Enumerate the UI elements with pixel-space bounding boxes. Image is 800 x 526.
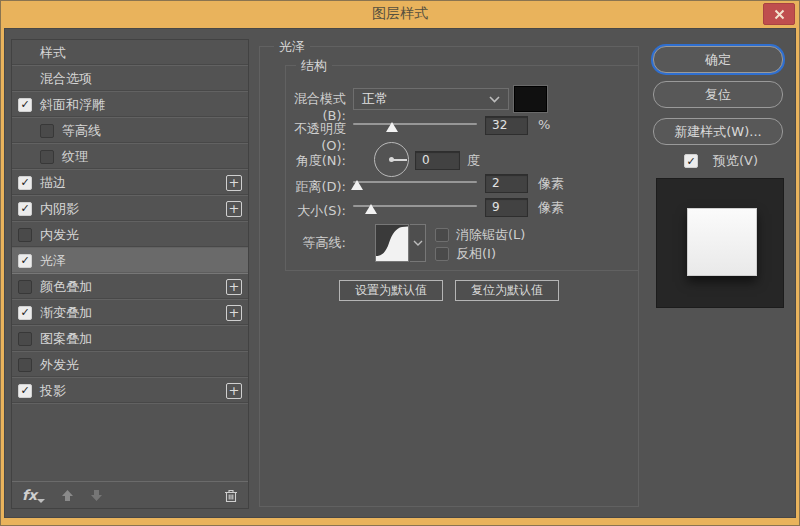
default-buttons-row: 设置为默认值 复位为默认值	[260, 280, 638, 301]
invert-checkbox[interactable]	[435, 247, 449, 261]
sidebar-item[interactable]: ✓渐变叠加+	[12, 300, 248, 326]
sidebar-item-label: 混合选项	[40, 70, 242, 88]
sidebar-item-label: 外发光	[40, 356, 242, 374]
distance-slider[interactable]	[353, 176, 477, 190]
satin-color-swatch[interactable]	[514, 86, 547, 112]
style-checkbox[interactable]	[40, 124, 54, 138]
structure-group-title: 结构	[296, 57, 332, 75]
titlebar[interactable]: 图层样式	[0, 0, 800, 28]
action-column: 确定 复位 新建样式(W)... ✓ 预览(V)	[651, 29, 797, 517]
antialias-checkbox[interactable]	[435, 228, 449, 242]
style-checkbox[interactable]: ✓	[18, 176, 32, 190]
add-effect-button[interactable]: +	[226, 383, 242, 399]
distance-label: 距离(D):	[282, 178, 346, 196]
opacity-input[interactable]: 32	[485, 116, 528, 135]
sidebar-item[interactable]: 颜色叠加+	[12, 274, 248, 300]
sidebar-item-label: 样式	[40, 44, 242, 62]
move-effect-up-button[interactable]	[61, 489, 74, 502]
antialias-checkbox-row[interactable]: 消除锯齿(L)	[435, 226, 525, 244]
angle-unit: 度	[467, 152, 480, 170]
fx-menu-button[interactable]: fx	[22, 487, 45, 503]
contour-picker[interactable]	[375, 224, 409, 262]
styles-list: 样式混合选项✓斜面和浮雕等高线纹理✓描边+✓内阴影+内发光✓光泽颜色叠加+✓渐变…	[12, 40, 248, 481]
contour-label: 等高线:	[282, 234, 346, 252]
style-checkbox[interactable]: ✓	[18, 254, 32, 268]
sidebar-item[interactable]: 等高线	[12, 118, 248, 144]
contour-dropdown-button[interactable]	[410, 224, 426, 262]
angle-dial-needle	[392, 159, 407, 161]
style-checkbox[interactable]: ✓	[18, 202, 32, 216]
chevron-down-icon	[489, 96, 500, 103]
chevron-down-icon	[413, 240, 423, 246]
size-slider[interactable]	[353, 200, 477, 214]
sidebar-item-label: 等高线	[62, 122, 242, 140]
style-checkbox[interactable]	[40, 150, 54, 164]
delete-effect-button[interactable]	[224, 488, 238, 503]
sidebar-item[interactable]: ✓斜面和浮雕	[12, 92, 248, 118]
close-button[interactable]	[763, 3, 795, 25]
sidebar-item-label: 内阴影	[40, 200, 226, 218]
sidebar-item-label: 渐变叠加	[40, 304, 226, 322]
opacity-slider[interactable]	[353, 118, 477, 132]
sidebar-item-label: 内发光	[40, 226, 242, 244]
satin-panel: 光泽 结构 混合模式(B): 正常 不透明度(O): 32 %	[259, 46, 639, 507]
sidebar-toolbar: fx	[12, 481, 248, 508]
size-unit: 像素	[538, 199, 564, 217]
preview-label: 预览(V)	[713, 152, 758, 170]
style-checkbox[interactable]: ✓	[18, 306, 32, 320]
distance-slider-thumb[interactable]	[351, 180, 363, 190]
angle-input[interactable]: 0	[415, 151, 460, 170]
add-effect-button[interactable]: +	[226, 201, 242, 217]
sidebar-item[interactable]: 样式	[12, 40, 248, 66]
add-effect-button[interactable]: +	[226, 279, 242, 295]
trash-icon	[224, 488, 238, 503]
style-checkbox[interactable]	[18, 228, 32, 242]
sidebar-item[interactable]: ✓内阴影+	[12, 196, 248, 222]
distance-input[interactable]: 2	[485, 174, 528, 193]
contour-curve-icon	[376, 225, 408, 261]
size-input[interactable]: 9	[485, 198, 528, 217]
sidebar-item[interactable]: ✓光泽	[12, 248, 248, 274]
new-style-button[interactable]: 新建样式(W)...	[653, 118, 783, 145]
layer-style-dialog: 图层样式 样式混合选项✓斜面和浮雕等高线纹理✓描边+✓内阴影+内发光✓光泽颜色叠…	[0, 0, 800, 526]
sidebar-item[interactable]: 内发光	[12, 222, 248, 248]
add-effect-button[interactable]: +	[226, 305, 242, 321]
opacity-unit: %	[538, 117, 550, 132]
sidebar-item[interactable]: 外发光	[12, 352, 248, 378]
distance-unit: 像素	[538, 175, 564, 193]
sidebar-item[interactable]: ✓投影+	[12, 378, 248, 404]
sidebar-item-label: 光泽	[40, 252, 242, 270]
opacity-slider-thumb[interactable]	[386, 122, 398, 132]
sidebar-item[interactable]: 混合选项	[12, 66, 248, 92]
sidebar-item[interactable]: 纹理	[12, 144, 248, 170]
angle-dial[interactable]	[374, 142, 409, 177]
style-checkbox[interactable]	[18, 358, 32, 372]
move-effect-down-button[interactable]	[90, 489, 103, 502]
sidebar-item[interactable]: ✓描边+	[12, 170, 248, 196]
dialog-body: 样式混合选项✓斜面和浮雕等高线纹理✓描边+✓内阴影+内发光✓光泽颜色叠加+✓渐变…	[4, 28, 796, 518]
dialog-title: 图层样式	[372, 5, 428, 23]
angle-label: 角度(N):	[282, 152, 346, 170]
invert-checkbox-row[interactable]: 反相(I)	[435, 245, 496, 263]
style-checkbox[interactable]: ✓	[18, 384, 32, 398]
sidebar-item-label: 斜面和浮雕	[40, 96, 242, 114]
make-default-button[interactable]: 设置为默认值	[339, 280, 443, 301]
close-icon	[774, 9, 785, 20]
blend-mode-select[interactable]: 正常	[353, 88, 509, 110]
sidebar-item[interactable]: 图案叠加	[12, 326, 248, 352]
reset-button[interactable]: 复位	[653, 81, 783, 108]
style-checkbox[interactable]	[18, 332, 32, 346]
sidebar-item-label: 投影	[40, 382, 226, 400]
preview-checkbox-row[interactable]: ✓ 预览(V)	[684, 152, 758, 170]
add-effect-button[interactable]: +	[226, 175, 242, 191]
preview-thumbnail	[656, 178, 784, 308]
structure-group: 结构 混合模式(B): 正常 不透明度(O): 32 % 角度(N):	[285, 65, 639, 271]
reset-default-button[interactable]: 复位为默认值	[455, 280, 559, 301]
preview-checkbox[interactable]: ✓	[684, 154, 698, 168]
size-slider-thumb[interactable]	[365, 204, 377, 214]
sidebar-item-label: 纹理	[62, 148, 242, 166]
panel-title: 光泽	[274, 38, 310, 56]
style-checkbox[interactable]	[18, 280, 32, 294]
style-checkbox[interactable]: ✓	[18, 98, 32, 112]
ok-button[interactable]: 确定	[653, 46, 783, 73]
